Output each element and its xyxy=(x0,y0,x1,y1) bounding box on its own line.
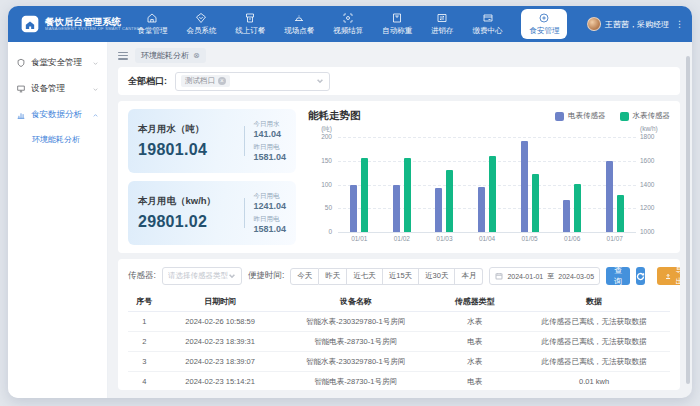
table-cell: 1 xyxy=(128,313,161,331)
table-cell: 此传感器已离线，无法获取数据 xyxy=(518,352,670,371)
tab-close-icon[interactable]: ⊗ xyxy=(193,51,200,60)
legend-label: 水表传感器 xyxy=(633,111,671,121)
water-yesterday-label: 昨日用电 xyxy=(253,143,286,152)
sidebar-item-2[interactable]: 设备管理 xyxy=(8,76,107,102)
electric-today-label: 今日用电 xyxy=(253,192,286,201)
quick-time-button-近15天[interactable]: 近15天 xyxy=(383,268,419,285)
bar-group-01/04 xyxy=(466,137,509,232)
bar-电表传感器-01/03 xyxy=(435,188,442,232)
water-stat-title: 本月用水（吨） xyxy=(138,123,236,136)
more-menu-icon[interactable]: ⋮ xyxy=(675,19,684,29)
user-menu[interactable]: 王茜茜，采购经理 ⋮ xyxy=(587,17,684,31)
shield-icon xyxy=(16,58,26,68)
quick-time-button-近30天[interactable]: 近30天 xyxy=(419,268,455,285)
bar-电表传感器-01/04 xyxy=(478,187,485,232)
quick-time-button-昨天[interactable]: 昨天 xyxy=(319,268,347,285)
electric-yesterday-value: 1581.04 xyxy=(253,224,286,234)
payment-center-icon xyxy=(482,12,494,24)
table-cell: 4 xyxy=(128,373,161,391)
nav-item-label: 食安管理 xyxy=(529,26,559,36)
records-toolbar: 传感器: 请选择传感器类型 便捷时间: 今天昨天近七天近15天近30天本月 20… xyxy=(128,265,670,287)
nav-item-7[interactable]: 进销存 xyxy=(431,12,454,36)
sidebar-collapse-icon[interactable] xyxy=(118,52,128,60)
chevron-down-icon xyxy=(228,272,236,280)
records-table: 序号日期时间设备名称传感器类型数据12024-02-26 10:58:59智能水… xyxy=(128,291,670,390)
legend-item-水表传感器[interactable]: 水表传感器 xyxy=(620,111,671,121)
legend-item-电表传感器[interactable]: 电表传感器 xyxy=(555,111,606,121)
right-axis-tick: 1600 xyxy=(640,157,654,164)
video-settlement-icon xyxy=(342,12,354,24)
user-name: 王茜茜，采购经理 xyxy=(605,19,669,30)
nav-item-label: 现场点餐 xyxy=(284,26,314,36)
nav-item-5[interactable]: 视频结算 xyxy=(333,12,363,36)
electric-yesterday-label: 昨日用电 xyxy=(253,215,286,224)
legend-swatch xyxy=(620,112,629,121)
chart-left-axis: (吨) 050100150200 xyxy=(308,137,338,232)
bar-水表传感器-01/05 xyxy=(532,174,539,232)
water-stat-value: 19801.04 xyxy=(138,141,236,159)
date-range-picker[interactable]: 2024-01-01 至 2024-03-05 xyxy=(489,267,600,285)
table-row[interactable]: 12024-02-26 10:58:59智能水表-230329780-1号房间水… xyxy=(128,312,670,332)
bar-电表传感器-01/05 xyxy=(521,141,528,232)
content-topbar: 环境能耗分析 ⊗ xyxy=(118,48,680,63)
nav-item-1[interactable]: 食堂管理 xyxy=(137,12,167,36)
nav-item-label: 视频结算 xyxy=(333,26,363,36)
chart-legend: 电表传感器水表传感器 xyxy=(555,111,670,121)
analysis-icon xyxy=(16,110,26,120)
refresh-button[interactable] xyxy=(636,267,645,285)
open-tab-chip[interactable]: 环境能耗分析 ⊗ xyxy=(135,48,206,63)
chart-title: 能耗走势图 xyxy=(308,109,361,123)
stall-select[interactable]: 测试档口 × xyxy=(175,72,330,91)
avatar[interactable] xyxy=(587,17,601,31)
sidebar-subitem-环境能耗分析[interactable]: 环境能耗分析 xyxy=(8,128,107,150)
bar-电表传感器-01/01 xyxy=(350,185,357,233)
nav-item-4[interactable]: 现场点餐 xyxy=(284,12,314,36)
stall-tag-remove-icon[interactable]: × xyxy=(218,77,226,85)
quick-time-button-近七天[interactable]: 近七天 xyxy=(347,268,383,285)
sensor-type-select[interactable]: 请选择传感器类型 xyxy=(162,267,242,285)
left-axis-tick: 50 xyxy=(325,204,332,211)
bar-水表传感器-01/01 xyxy=(361,158,368,232)
table-cell: 智能电表-28730-1号房间 xyxy=(280,332,432,351)
sidebar-item-3[interactable]: 食安数据分析 xyxy=(8,102,107,128)
table-cell: 智能电表-28730-1号房间 xyxy=(280,372,432,390)
app-subtitle: MANAGEMENT SYSTEM OF SMART CANTEEN xyxy=(45,27,143,31)
quick-time-button-今天[interactable]: 今天 xyxy=(290,268,319,285)
logo-icon xyxy=(20,14,40,34)
search-button[interactable]: 查询 xyxy=(606,267,630,285)
table-header-cell: 传感器类型 xyxy=(432,291,519,311)
nav-item-3[interactable]: 线上订餐 xyxy=(235,12,265,36)
chevron-down-icon xyxy=(92,86,99,93)
table-cell: 此传感器已离线，无法获取数据 xyxy=(518,332,670,351)
sidebar-item-1[interactable]: 食堂安全管理 xyxy=(8,50,107,76)
search-button-label: 查询 xyxy=(614,265,622,287)
export-button[interactable]: 导出 xyxy=(657,267,680,285)
nav-item-2[interactable]: 会员系统 xyxy=(186,12,216,36)
table-header-row: 序号日期时间设备名称传感器类型数据 xyxy=(128,291,670,312)
food-safety-icon xyxy=(538,12,550,24)
nav-item-8[interactable]: 缴费中心 xyxy=(473,12,503,36)
nav-item-6[interactable]: 自动称重 xyxy=(382,12,412,36)
sidebar-item-label: 食安数据分析 xyxy=(31,109,82,121)
table-cell: 2024-02-23 15:14:21 xyxy=(161,373,280,391)
table-row[interactable]: 22024-02-23 18:39:31智能电表-28730-1号房间电表此传感… xyxy=(128,332,670,352)
table-row[interactable]: 42024-02-23 15:14:21智能电表-28730-1号房间电表0.0… xyxy=(128,372,670,390)
header-nav: 食堂管理会员系统线上订餐现场点餐视频结算自动称重进销存缴费中心食安管理 xyxy=(128,6,577,42)
tab-chip-label: 环境能耗分析 xyxy=(141,50,189,61)
table-cell: 3 xyxy=(128,353,161,371)
electric-stat-card: 本月用电（kw/h） 29801.02 今日用电 1241.04 昨日用电 xyxy=(128,181,296,245)
app-logo: 餐饮后台管理系统 MANAGEMENT SYSTEM OF SMART CANT… xyxy=(20,14,128,34)
bar-group-01/03 xyxy=(423,137,466,232)
onsite-order-icon xyxy=(293,12,305,24)
table-row[interactable]: 32024-02-23 18:39:07智能水表-230329780-1号房间水… xyxy=(128,352,670,372)
date-separator: 至 xyxy=(547,271,554,281)
quick-time-button-本月[interactable]: 本月 xyxy=(455,268,483,285)
nav-item-food-safety-active[interactable]: 食安管理 xyxy=(521,9,567,39)
table-cell: 此传感器已离线，无法获取数据 xyxy=(518,312,670,331)
x-axis-label: 01/07 xyxy=(593,235,636,245)
vertical-scrollbar[interactable] xyxy=(686,56,690,384)
bar-group-01/07 xyxy=(593,137,636,232)
app-window: 餐饮后台管理系统 MANAGEMENT SYSTEM OF SMART CANT… xyxy=(8,6,692,398)
chart-plot-area xyxy=(338,137,636,232)
x-axis-label: 01/05 xyxy=(508,235,551,245)
